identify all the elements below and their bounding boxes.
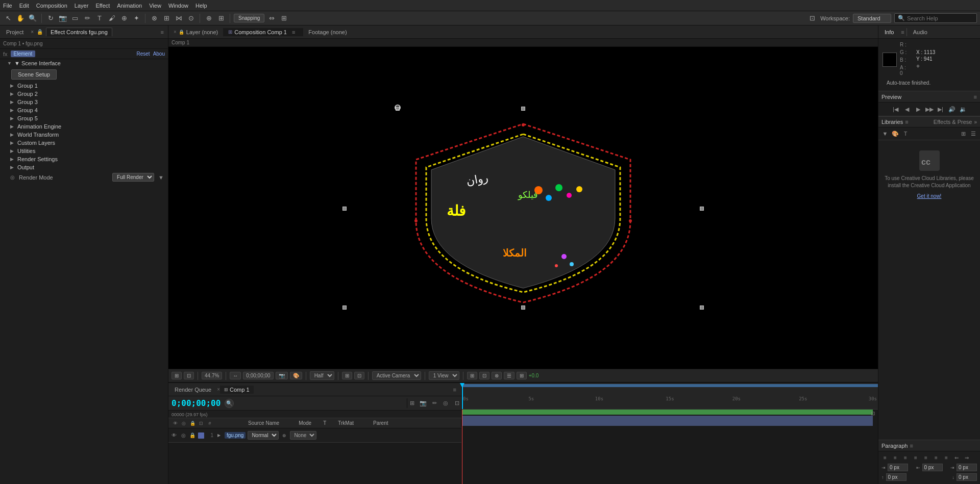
- selection-tool[interactable]: ↖: [3, 13, 13, 23]
- group5-item[interactable]: ▶ Group 5: [0, 114, 168, 122]
- render-mode-select[interactable]: Full Render: [112, 173, 154, 182]
- puppet-tool[interactable]: ✦: [131, 13, 141, 23]
- handle-bl[interactable]: [342, 305, 347, 310]
- camera-tool[interactable]: 📷: [58, 13, 68, 23]
- space-before-input[interactable]: [886, 473, 906, 481]
- lib-dropdown-btn[interactable]: ▼: [880, 129, 890, 138]
- rtl-btn[interactable]: ⇐: [952, 453, 961, 462]
- scene-setup-button[interactable]: Scene Setup: [11, 69, 57, 80]
- lib-expand-arrow[interactable]: »: [974, 119, 977, 125]
- layer-row-1[interactable]: 👁 ◎ 🔒 1 ▶ fgu.png Normal ⊕ None: [168, 428, 461, 443]
- zoom-display[interactable]: 44.7%: [202, 372, 222, 379]
- layer-color-swatch[interactable]: [198, 432, 204, 439]
- comp-viewer[interactable]: روان فلة فيلكو المكلا: [168, 47, 878, 369]
- panel-lock-icon[interactable]: 🔒: [35, 27, 45, 37]
- tl-graph-editor-icon[interactable]: ⊡: [452, 399, 461, 408]
- region-btn[interactable]: ⊞: [342, 372, 352, 379]
- align-left-btn[interactable]: ≡: [880, 453, 890, 462]
- view-select[interactable]: 1 View: [429, 371, 459, 380]
- preview-next-btn[interactable]: ▶▶: [925, 105, 934, 114]
- para-menu-icon[interactable]: ≡: [910, 443, 913, 449]
- about-button[interactable]: Abou: [153, 51, 165, 57]
- menu-window[interactable]: Window: [168, 3, 188, 9]
- text-tool[interactable]: T: [94, 13, 105, 23]
- align-right-btn[interactable]: ≡: [901, 453, 910, 462]
- reset-button[interactable]: Reset: [137, 51, 150, 57]
- justify-all-btn[interactable]: ≡: [942, 453, 951, 462]
- menu-edit[interactable]: Edit: [19, 3, 29, 9]
- rotate-tool[interactable]: ↻: [45, 13, 56, 23]
- custom-layers-item[interactable]: ▶ Custom Layers: [0, 139, 168, 147]
- lib-get-it-link[interactable]: Get it now!: [917, 193, 942, 199]
- panel-menu-icon[interactable]: ≡: [159, 29, 166, 35]
- path-tool[interactable]: ⋈: [174, 13, 184, 23]
- plus-icon[interactable]: +: [916, 63, 935, 70]
- menu-file[interactable]: File: [3, 3, 12, 9]
- snap-icon-2[interactable]: ⊞: [279, 13, 289, 23]
- tl-motion-blur-icon[interactable]: ◎: [441, 399, 450, 408]
- group1-item[interactable]: ▶ Group 1: [0, 82, 168, 90]
- tab-effect-controls[interactable]: Effect Controls fgu.png: [46, 28, 112, 36]
- tab-audio[interactable]: Audio: [909, 28, 932, 36]
- handle-mr[interactable]: [700, 207, 704, 211]
- rect-tool[interactable]: ▭: [70, 13, 80, 23]
- timeline-menu-icon[interactable]: ≡: [450, 387, 459, 393]
- handle-circle-tl[interactable]: [395, 105, 401, 111]
- comp-tab-menu-icon[interactable]: ≡: [289, 29, 298, 35]
- color-swatch[interactable]: [883, 53, 897, 67]
- layer-mode-select[interactable]: Normal: [248, 431, 279, 440]
- handle-ml[interactable]: [342, 207, 347, 211]
- layer-expand-btn[interactable]: ▶: [215, 432, 223, 439]
- viewer-snap-btn[interactable]: ⊞: [172, 372, 182, 379]
- tab-project[interactable]: Project: [2, 28, 28, 36]
- layer-eye-btn[interactable]: 👁: [170, 432, 178, 439]
- preview-prev-btn[interactable]: ◀: [902, 105, 912, 114]
- indent-right-input[interactable]: [922, 464, 943, 471]
- viewer-extra-btn-5[interactable]: ⊞: [517, 372, 527, 379]
- layer-parent-select[interactable]: None: [290, 431, 316, 440]
- group4-item[interactable]: ▶ Group 4: [0, 106, 168, 114]
- tab-render-queue[interactable]: Render Queue: [170, 386, 215, 394]
- group2-item[interactable]: ▶ Group 2: [0, 90, 168, 98]
- tl-comp-icon[interactable]: ⊞: [407, 399, 416, 408]
- snapping-button[interactable]: Snapping: [234, 14, 264, 22]
- lib-effects-tab[interactable]: Effects & Prese: [934, 119, 972, 125]
- camera-btn[interactable]: 📷: [276, 372, 288, 379]
- lib-color-btn[interactable]: 🎨: [891, 129, 900, 138]
- justify-right-btn[interactable]: ≡: [932, 453, 941, 462]
- handle-bc[interactable]: [521, 305, 525, 310]
- resize-btn[interactable]: ↔: [230, 372, 241, 379]
- viewer-extra-btn-1[interactable]: ⊞: [467, 372, 477, 379]
- tl-camera-icon[interactable]: 📷: [419, 399, 428, 408]
- group3-item[interactable]: ▶ Group 3: [0, 98, 168, 106]
- align-center-btn[interactable]: ≡: [891, 453, 900, 462]
- resolution-select[interactable]: Half: [310, 371, 334, 380]
- clone-tool[interactable]: ⊕: [119, 13, 129, 23]
- color-btn[interactable]: 🎨: [290, 372, 302, 379]
- preview-audio-out-btn[interactable]: 🔊: [947, 105, 957, 114]
- tl-timecode[interactable]: 0;00;00;00: [172, 398, 220, 408]
- preview-last-btn[interactable]: ▶|: [936, 105, 945, 114]
- hand-tool[interactable]: ✋: [15, 13, 26, 23]
- timecode-display[interactable]: 0;00;00;00: [243, 372, 273, 379]
- camera-select[interactable]: Active Camera: [372, 371, 421, 380]
- justify-left-btn[interactable]: ≡: [911, 453, 920, 462]
- ltr-btn[interactable]: ⇒: [962, 453, 971, 462]
- snap-icon-1[interactable]: ⇔: [266, 13, 277, 23]
- scene-interface-item[interactable]: ▼ ▼ Scene Interface: [0, 59, 168, 67]
- justify-center-btn[interactable]: ≡: [921, 453, 930, 462]
- tl-draft-icon[interactable]: ✏: [430, 399, 439, 408]
- space-after-input[interactable]: [957, 473, 977, 481]
- tab-info[interactable]: Info: [880, 28, 898, 36]
- indent-left-input[interactable]: [888, 464, 908, 471]
- utilities-item[interactable]: ▶ Utilities: [0, 147, 168, 155]
- work-area-bar[interactable]: [462, 384, 878, 387]
- menu-effect[interactable]: Effect: [95, 3, 110, 9]
- transparency-btn[interactable]: ⊡: [354, 372, 364, 379]
- tab-layer[interactable]: × 🔒 Layer (none): [168, 28, 223, 36]
- tab-composition[interactable]: ⊞ Composition Comp 1 ≡: [223, 28, 303, 36]
- project-tab-close[interactable]: ×: [31, 29, 34, 35]
- viewer-extra-btn-4[interactable]: ☰: [504, 372, 514, 379]
- tl-search-btn[interactable]: 🔍: [225, 399, 234, 408]
- menu-layer[interactable]: Layer: [75, 3, 89, 9]
